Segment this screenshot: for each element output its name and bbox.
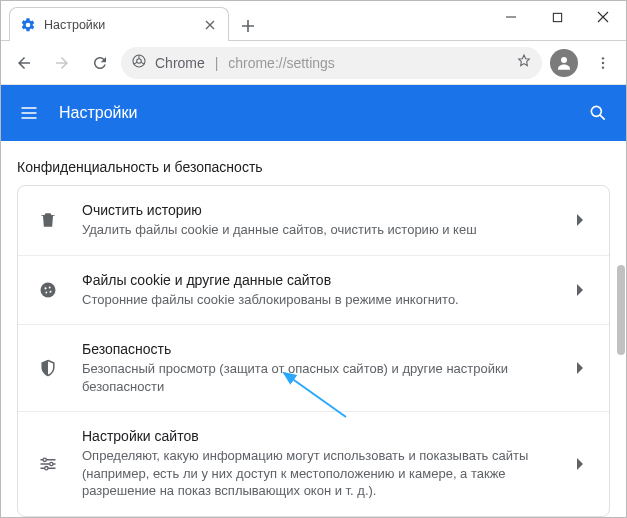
new-tab-button[interactable] xyxy=(233,11,263,41)
browser-toolbar: Chrome | chrome://settings xyxy=(1,41,626,85)
minimize-button[interactable] xyxy=(488,1,534,33)
svg-point-11 xyxy=(50,290,52,292)
chevron-right-icon xyxy=(571,362,591,374)
chrome-icon xyxy=(131,53,147,72)
browser-tab[interactable]: Настройки xyxy=(9,7,229,41)
maximize-button[interactable] xyxy=(534,1,580,33)
section-title: Конфиденциальность и безопасность xyxy=(1,141,626,185)
row-subtitle: Удалить файлы cookie и данные сайтов, оч… xyxy=(82,221,559,239)
row-security[interactable]: Безопасность Безопасный просмотр (защита… xyxy=(18,324,609,411)
sliders-icon xyxy=(36,452,60,476)
svg-point-14 xyxy=(50,462,53,465)
omnibox[interactable]: Chrome | chrome://settings xyxy=(121,47,542,79)
window-controls xyxy=(488,1,626,33)
close-tab-button[interactable] xyxy=(202,17,218,33)
svg-point-8 xyxy=(41,282,56,297)
chevron-right-icon xyxy=(571,458,591,470)
svg-point-4 xyxy=(602,57,604,59)
row-subtitle: Определяют, какую информацию могут испол… xyxy=(82,447,559,500)
svg-point-6 xyxy=(602,66,604,68)
tab-title: Настройки xyxy=(44,18,202,32)
settings-header: Настройки xyxy=(1,85,626,141)
svg-point-5 xyxy=(602,61,604,63)
shield-icon xyxy=(36,356,60,380)
reload-button[interactable] xyxy=(83,46,117,80)
close-window-button[interactable] xyxy=(580,1,626,33)
row-site-settings[interactable]: Настройки сайтов Определяют, какую инфор… xyxy=(18,411,609,516)
row-title: Безопасность xyxy=(82,341,559,357)
settings-content: Конфиденциальность и безопасность Очисти… xyxy=(1,141,626,518)
chevron-right-icon xyxy=(571,284,591,296)
row-title: Настройки сайтов xyxy=(82,428,559,444)
menu-icon[interactable] xyxy=(17,101,41,125)
row-clear-history[interactable]: Очистить историю Удалить файлы cookie и … xyxy=(18,186,609,255)
cookie-icon xyxy=(36,278,60,302)
chevron-right-icon xyxy=(571,214,591,226)
tab-strip: Настройки xyxy=(1,1,263,41)
privacy-card: Очистить историю Удалить файлы cookie и … xyxy=(17,185,610,517)
row-cookies[interactable]: Файлы cookie и другие данные сайтов Стор… xyxy=(18,255,609,325)
window-titlebar: Настройки xyxy=(1,1,626,41)
row-title: Файлы cookie и другие данные сайтов xyxy=(82,272,559,288)
svg-point-13 xyxy=(43,458,46,461)
search-icon[interactable] xyxy=(586,101,610,125)
scrollbar-thumb[interactable] xyxy=(617,265,625,355)
row-subtitle: Сторонние файлы cookie заблокированы в р… xyxy=(82,291,559,309)
svg-point-12 xyxy=(45,291,47,293)
svg-rect-0 xyxy=(553,13,561,21)
back-button[interactable] xyxy=(7,46,41,80)
gear-icon xyxy=(20,17,36,33)
settings-title: Настройки xyxy=(59,104,586,122)
row-subtitle: Безопасный просмотр (защита от опасных с… xyxy=(82,360,559,395)
svg-point-15 xyxy=(45,467,48,470)
svg-point-3 xyxy=(561,57,567,63)
omnibox-path: chrome://settings xyxy=(228,55,335,71)
omnibox-prefix: Chrome xyxy=(155,55,205,71)
svg-point-9 xyxy=(44,287,46,289)
svg-point-7 xyxy=(591,106,601,116)
omnibox-url: Chrome | chrome://settings xyxy=(155,55,335,71)
row-title: Очистить историю xyxy=(82,202,559,218)
svg-point-10 xyxy=(49,286,51,288)
kebab-menu-button[interactable] xyxy=(586,46,620,80)
bookmark-star-icon[interactable] xyxy=(516,53,532,72)
trash-icon xyxy=(36,208,60,232)
profile-avatar[interactable] xyxy=(550,49,578,77)
forward-button[interactable] xyxy=(45,46,79,80)
